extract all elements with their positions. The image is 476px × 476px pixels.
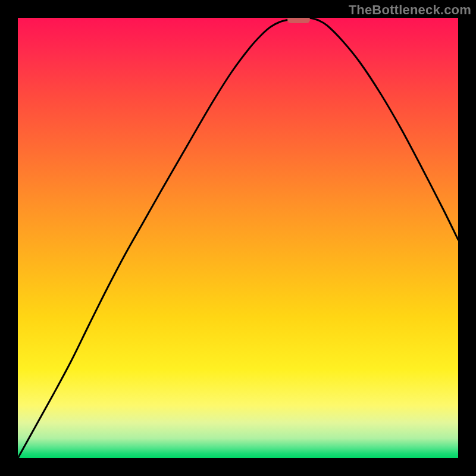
plot-area xyxy=(18,18,458,458)
optimal-marker xyxy=(287,18,310,23)
bottleneck-curve xyxy=(18,18,458,458)
chart-frame: TheBottleneck.com xyxy=(0,0,476,476)
watermark-text: TheBottleneck.com xyxy=(349,2,471,18)
chart-svg xyxy=(18,18,458,458)
